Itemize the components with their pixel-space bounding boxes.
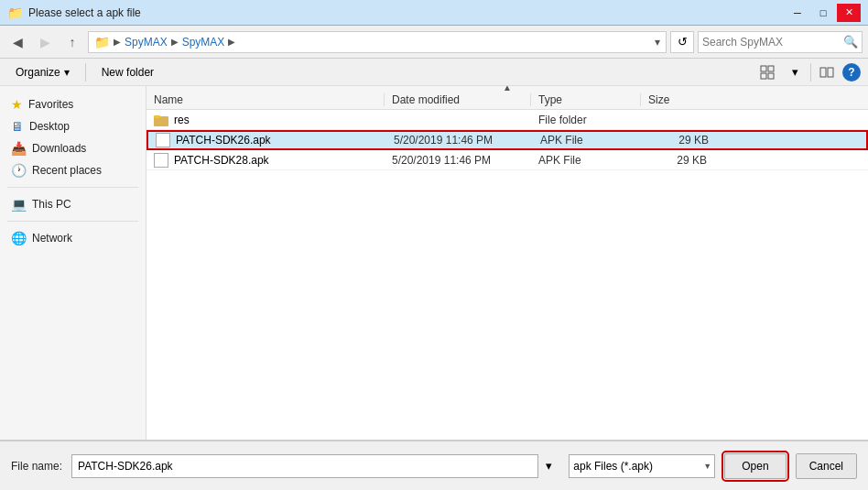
sidebar-item-desktop[interactable]: 🖥 Desktop	[0, 115, 146, 137]
filename-dropdown-button[interactable]: ▾	[537, 454, 559, 478]
filetype-wrap: apk Files (*.apk) All Files (*.*)	[569, 454, 715, 478]
sidebar-section-favorites: ★ Favorites	[0, 93, 146, 115]
svg-rect-2	[761, 73, 766, 79]
file-type-patch-sdk28: APK File	[531, 154, 641, 167]
up-button[interactable]: ↑	[60, 30, 84, 54]
breadcrumb-spymax-1[interactable]: SpyMAX	[125, 36, 168, 49]
sidebar-this-pc-label: This PC	[32, 198, 71, 211]
file-name-patch-sdk28: PATCH-SDK28.apk	[146, 153, 385, 168]
this-pc-icon: 💻	[11, 197, 27, 212]
svg-rect-3	[768, 73, 774, 79]
minimize-button[interactable]: ─	[786, 4, 809, 22]
svg-rect-0	[761, 66, 766, 71]
breadcrumb-arrow-3: ▶	[228, 37, 235, 47]
file-date-patch-sdk26: 5/20/2019 11:46 PM	[386, 134, 533, 147]
refresh-button[interactable]: ↺	[670, 31, 694, 53]
file-row-patch-sdk26[interactable]: PATCH-SDK26.apk 5/20/2019 11:46 PM APK F…	[146, 130, 868, 150]
file-type-patch-sdk26: APK File	[533, 134, 643, 147]
details-pane-icon	[819, 65, 834, 80]
sidebar-item-downloads[interactable]: 📥 Downloads	[0, 137, 146, 159]
svg-rect-7	[154, 115, 160, 118]
filename-input-wrap: ▾	[71, 454, 559, 478]
sidebar-downloads-label: Downloads	[32, 142, 86, 155]
sidebar: ★ Favorites 🖥 Desktop 📥 Downloads 🕐 Rece…	[0, 86, 146, 440]
svg-rect-5	[828, 68, 833, 77]
search-icon: 🔍	[843, 35, 858, 49]
apk-icon-sdk26	[156, 133, 170, 147]
col-type[interactable]: Type	[531, 93, 641, 106]
sidebar-recent-label: Recent places	[32, 164, 102, 177]
downloads-icon: 📥	[11, 141, 27, 156]
main-area: ★ Favorites 🖥 Desktop 📥 Downloads 🕐 Rece…	[0, 86, 868, 441]
network-icon: 🌐	[11, 231, 27, 245]
title-bar: 📁 Please select a apk file ─ □ ✕	[0, 0, 868, 26]
filetype-select[interactable]: apk Files (*.apk) All Files (*.*)	[569, 454, 715, 478]
sort-indicator: ▲	[503, 86, 512, 90]
title-bar-controls: ─ □ ✕	[786, 4, 861, 22]
svg-rect-1	[768, 66, 774, 71]
sidebar-item-recent-places[interactable]: 🕐 Recent places	[0, 159, 146, 181]
file-name-res: res	[146, 113, 385, 127]
bottom-bar: File name: ▾ apk Files (*.apk) All Files…	[0, 441, 868, 490]
breadcrumb-dropdown-btn[interactable]: ▾	[655, 36, 660, 49]
view-icon	[760, 65, 775, 80]
breadcrumb-spymax-2[interactable]: SpyMAX	[182, 36, 225, 49]
maximize-button[interactable]: □	[811, 4, 835, 22]
col-date[interactable]: Date modified	[385, 93, 531, 106]
toolbar: ◀ ▶ ↑ 📁 ▶ SpyMAX ▶ SpyMAX ▶ ▾ ↺ 🔍	[0, 26, 868, 59]
breadcrumb-arrow-1: ▶	[114, 37, 121, 47]
file-date-patch-sdk28: 5/20/2019 11:46 PM	[385, 154, 531, 167]
sidebar-item-this-pc[interactable]: 💻 This PC	[0, 193, 146, 215]
organize-label: Organize	[16, 66, 60, 79]
file-list: ▲ Name Date modified Type Size	[146, 86, 868, 440]
file-row-patch-sdk28[interactable]: PATCH-SDK28.apk 5/20/2019 11:46 PM APK F…	[146, 150, 868, 170]
recent-places-icon: 🕐	[11, 163, 27, 178]
file-name-patch-sdk26: PATCH-SDK26.apk	[148, 133, 386, 147]
new-folder-button[interactable]: New folder	[93, 61, 162, 83]
view-separator	[810, 63, 811, 82]
favorites-icon: ★	[11, 97, 23, 112]
file-size-patch-sdk26: 29 KB	[643, 134, 716, 147]
back-button[interactable]: ◀	[5, 30, 29, 54]
col-size[interactable]: Size	[641, 93, 714, 106]
view-change-button[interactable]	[755, 61, 779, 83]
cancel-button[interactable]: Cancel	[796, 453, 857, 479]
sidebar-divider-1	[7, 187, 138, 188]
search-input[interactable]	[702, 36, 840, 49]
sidebar-divider-2	[7, 221, 138, 222]
svg-rect-4	[820, 68, 826, 77]
folder-icon	[154, 113, 168, 127]
toolbar2-right: ▾ ?	[755, 61, 861, 83]
details-pane-button[interactable]	[815, 61, 839, 83]
sidebar-desktop-label: Desktop	[29, 120, 70, 133]
title-bar-title: Please select a apk file	[28, 6, 141, 19]
open-button[interactable]: Open	[724, 453, 786, 479]
breadcrumb-arrow-2: ▶	[171, 37, 179, 47]
breadcrumb-bar: 📁 ▶ SpyMAX ▶ SpyMAX ▶ ▾	[88, 31, 667, 53]
close-button[interactable]: ✕	[837, 4, 861, 22]
file-row-res[interactable]: res File folder	[146, 110, 868, 130]
sidebar-network-label: Network	[32, 232, 72, 245]
file-type-res: File folder	[531, 114, 641, 126]
desktop-icon: 🖥	[11, 119, 24, 134]
title-bar-left: 📁 Please select a apk file	[7, 5, 141, 20]
file-size-patch-sdk28: 29 KB	[641, 154, 714, 167]
apk-icon-sdk28	[154, 153, 168, 168]
filename-label: File name:	[11, 460, 62, 473]
toolbar2-separator	[85, 63, 86, 82]
new-folder-label: New folder	[102, 66, 154, 79]
view-dropdown-button[interactable]: ▾	[783, 61, 807, 83]
help-button[interactable]: ?	[842, 63, 861, 82]
favorites-label: Favorites	[28, 98, 73, 111]
breadcrumb-home-icon: 📁	[94, 35, 110, 49]
toolbar2: Organize ▾ New folder ▾ ?	[0, 59, 868, 86]
filename-input[interactable]	[71, 454, 559, 478]
organize-button[interactable]: Organize ▾	[7, 61, 78, 83]
sidebar-item-network[interactable]: 🌐 Network	[0, 227, 146, 249]
file-list-header: Name Date modified Type Size	[146, 90, 868, 110]
app-icon: 📁	[7, 5, 23, 20]
organize-dropdown-icon: ▾	[64, 66, 70, 79]
col-name[interactable]: Name	[146, 93, 385, 106]
forward-button[interactable]: ▶	[33, 30, 57, 54]
search-box: 🔍	[698, 31, 863, 53]
